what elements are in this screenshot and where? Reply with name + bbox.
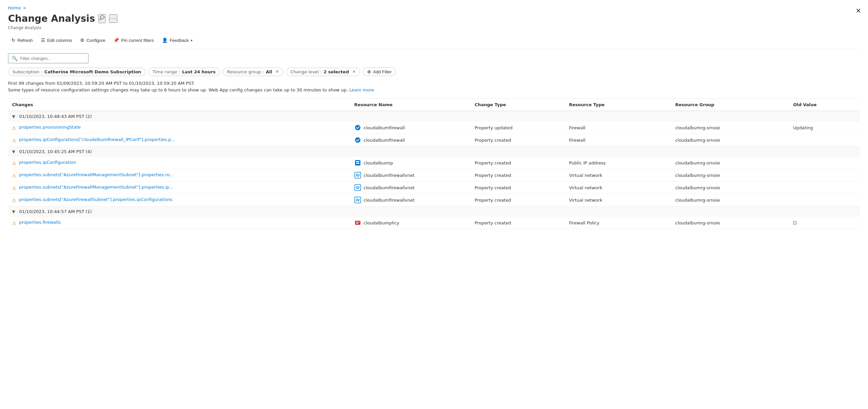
svg-point-1 <box>355 125 361 130</box>
resource-group-cell: cloudalbumrg-srnoie <box>671 217 789 229</box>
search-input[interactable] <box>20 56 84 61</box>
resource-type-cell: Virtual network <box>565 181 671 194</box>
resource-group-cell: cloudalbumrg-srnoie <box>671 169 789 181</box>
change-link[interactable]: properties.subnets["AzureFirewallManagem… <box>19 184 174 190</box>
old-value-cell <box>789 157 860 169</box>
svg-rect-11 <box>356 223 359 224</box>
change-level-filter-close[interactable]: ✕ <box>352 69 356 74</box>
change-link[interactable]: properties.provisioningState <box>19 125 81 130</box>
svg-rect-9 <box>355 221 361 225</box>
resource-type-icon <box>354 219 361 226</box>
resource-type-icon <box>354 160 361 166</box>
resource-name: cloudalbumfirewallvnet <box>364 198 415 203</box>
group-label: ▼ 01/10/2023, 10:44:57 AM PST (1) <box>8 206 860 217</box>
warning-icon: ⚠ <box>12 161 17 166</box>
table-row: ⚠ properties.subnets["AzureFirewallManag… <box>8 169 860 181</box>
configure-button[interactable]: ⚙ Configure <box>77 35 108 45</box>
feedback-button[interactable]: 👤 Feedback ▾ <box>159 35 196 45</box>
change-type-cell: Property created <box>471 217 565 229</box>
change-link[interactable]: properties.ipConfiguration <box>19 160 76 165</box>
change-link[interactable]: properties.subnets["AzureFirewallSubnet"… <box>19 197 172 202</box>
table-row: ⚠ properties.subnets["AzureFirewallManag… <box>8 181 860 194</box>
resource-group-cell: cloudalbumrg-srnoie <box>671 134 789 146</box>
group-row[interactable]: ▼ 01/10/2023, 10:45:25 AM PST (4) <box>8 146 860 157</box>
warning-icon: ⚠ <box>12 125 17 131</box>
resource-name-cell: cloudalbumip <box>350 157 471 169</box>
breadcrumb: Home > <box>8 5 860 10</box>
close-button[interactable]: ✕ <box>856 7 861 15</box>
change-type-cell: Property created <box>471 157 565 169</box>
resource-type-icon <box>354 124 361 131</box>
change-type-cell: Property created <box>471 169 565 181</box>
col-header-old-value: Old Value <box>789 99 860 111</box>
resource-name-cell: cloudalbumplicy <box>350 217 471 229</box>
resource-group-cell: cloudalbumrg-srnoie <box>671 194 789 206</box>
change-type-cell: Property created <box>471 134 565 146</box>
svg-line-0 <box>100 19 101 21</box>
change-type-cell: Property updated <box>471 122 565 134</box>
info-line1: First 99 changes from 01/09/2023, 10:59:… <box>8 80 860 87</box>
change-type-cell: Property created <box>471 194 565 206</box>
change-cell: ⚠ properties.ipConfigurations["cloudalbu… <box>8 134 350 146</box>
group-row[interactable]: ▼ 01/10/2023, 10:44:57 AM PST (1) <box>8 206 860 217</box>
info-section: First 99 changes from 01/09/2023, 10:59:… <box>8 80 860 93</box>
refresh-button[interactable]: ↻ Refresh <box>8 35 36 45</box>
breadcrumb-home[interactable]: Home <box>8 5 21 10</box>
toolbar: ↻ Refresh ☰ Edit columns ⚙ Configure 📌 P… <box>8 35 860 49</box>
svg-point-2 <box>355 137 361 143</box>
refresh-icon: ↻ <box>11 37 16 43</box>
resource-group-cell: cloudalbumrg-srnoie <box>671 181 789 194</box>
filter-bar: Subscription : Catherine Microsoft Demo … <box>8 67 860 76</box>
add-filter-icon: ⊕ <box>367 69 371 74</box>
feedback-dropdown-icon: ▾ <box>191 38 192 42</box>
resource-name-cell: cloudalbumfirewallvnet <box>350 169 471 181</box>
col-header-change-type: Change Type <box>471 99 565 111</box>
breadcrumb-separator: > <box>23 6 26 10</box>
resource-group-filter-close[interactable]: ✕ <box>276 69 279 74</box>
resource-type-icon <box>354 137 361 143</box>
resource-type-cell: Firewall <box>565 134 671 146</box>
group-toggle[interactable]: ▼ <box>12 209 15 214</box>
resource-name: cloudalbumplicy <box>364 220 399 226</box>
search-input-container[interactable]: 🔍 <box>8 53 89 63</box>
pin-icon[interactable] <box>98 14 105 23</box>
info-line2: Some types of resource configuration set… <box>8 87 860 94</box>
svg-rect-10 <box>356 222 360 223</box>
resource-type-cell: Virtual network <box>565 169 671 181</box>
group-toggle[interactable]: ▼ <box>12 149 15 154</box>
more-options-button[interactable]: ··· <box>109 14 117 23</box>
resource-name: cloudalbumip <box>364 161 393 166</box>
add-filter-button[interactable]: ⊕ Add Filter <box>363 67 396 76</box>
change-link[interactable]: properties.subnets["AzureFirewallManagem… <box>19 172 174 177</box>
change-level-filter[interactable]: Change level : 2 selected ✕ <box>286 68 360 76</box>
resource-name-cell: cloudalbumfirewallvnet <box>350 194 471 206</box>
warning-icon: ⚠ <box>12 138 17 143</box>
change-cell: ⚠ properties.ipConfiguration <box>8 157 350 169</box>
edit-columns-button[interactable]: ☰ Edit columns <box>37 35 75 45</box>
changes-table-container: Changes Resource Name Change Type Resour… <box>8 99 860 229</box>
col-header-resource-name: Resource Name <box>350 99 471 111</box>
resource-type-cell: Firewall <box>565 122 671 134</box>
columns-icon: ☰ <box>41 37 45 43</box>
group-label: ▼ 01/10/2023, 10:45:25 AM PST (4) <box>8 146 860 157</box>
feedback-icon: 👤 <box>162 37 167 43</box>
col-header-resource-group: Resource Group <box>671 99 789 111</box>
change-link[interactable]: properties.firewalls <box>19 220 61 225</box>
table-row: ⚠ properties.provisioningState cloudalbu… <box>8 122 860 134</box>
pin-filters-button[interactable]: 📌 Pin current filters <box>110 35 157 45</box>
group-toggle[interactable]: ▼ <box>12 114 15 119</box>
resource-type-icon <box>354 197 361 203</box>
change-link[interactable]: properties.ipConfigurations["cloudalbumf… <box>19 137 175 142</box>
col-header-resource-type: Resource Type <box>565 99 671 111</box>
warning-icon: ⚠ <box>12 220 17 226</box>
old-value-cell <box>789 194 860 206</box>
search-icon: 🔍 <box>12 56 18 61</box>
group-row[interactable]: ▼ 01/10/2023, 10:48:43 AM PST (2) <box>8 111 860 122</box>
warning-icon: ⚠ <box>12 185 17 191</box>
resource-name-cell: cloudalbumfirewallvnet <box>350 181 471 194</box>
time-range-filter[interactable]: Time range : Last 24 hours <box>148 68 220 76</box>
learn-more-link[interactable]: Learn more <box>349 88 374 93</box>
change-cell: ⚠ properties.provisioningState <box>8 122 350 134</box>
change-cell: ⚠ properties.subnets["AzureFirewallManag… <box>8 169 350 181</box>
resource-group-filter[interactable]: Resource group : All ✕ <box>223 68 283 76</box>
